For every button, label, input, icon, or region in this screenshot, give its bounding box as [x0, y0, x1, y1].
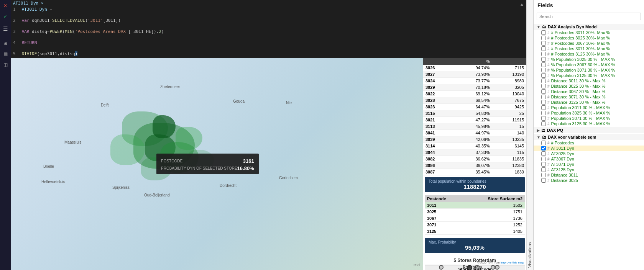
table-row[interactable]: 3029 70,18% 3205	[423, 84, 526, 91]
field-item[interactable]: # # Postcodes 3025 30%- Max %	[534, 35, 644, 41]
field-checkbox[interactable]	[541, 157, 546, 161]
field-item[interactable]: # Population 3025 30 % - MAX %	[534, 110, 644, 116]
postcode-row[interactable]: 3011 1502	[425, 202, 525, 209]
field-item[interactable]: # Distance 3067 30 % - Max %	[534, 89, 644, 94]
measure-icon: #	[547, 146, 550, 151]
postcode-row[interactable]: 3025 1751	[425, 209, 525, 215]
table-row[interactable]: 3023 64,47% 9425	[423, 104, 526, 110]
measure-icon: #	[547, 141, 550, 145]
field-item[interactable]: # Population 3071 30 % - MAX %	[534, 116, 644, 121]
table-row[interactable]: 3022 69,12% 10040	[423, 91, 526, 97]
table-row[interactable]: 3044 37,33% 115	[423, 149, 526, 156]
field-item[interactable]: # Distance 3025	[534, 178, 644, 183]
collapse-button[interactable]: ▲	[521, 2, 523, 7]
field-section-header[interactable]: ▼ 🗂 DAX Analysis Dyn Model	[534, 24, 644, 30]
field-checkbox[interactable]	[541, 62, 546, 67]
table-row[interactable]: 3021 47,27% 11915	[423, 117, 526, 123]
field-item[interactable]: # # Postcodes 3011 30%- Max %	[534, 30, 644, 35]
cell-code: 3021	[423, 117, 452, 123]
search-input[interactable]	[537, 13, 641, 20]
field-checkbox[interactable]	[541, 151, 546, 156]
field-checkbox[interactable]	[541, 79, 546, 83]
field-checkbox[interactable]	[541, 173, 546, 177]
field-item[interactable]: # Population 3125 30 % - MAX %	[534, 121, 644, 126]
field-checkbox[interactable]	[541, 162, 546, 167]
field-item[interactable]: # # Postcodes	[534, 140, 644, 146]
table-row[interactable]: 3113 45,98% 15	[423, 123, 526, 130]
field-label: Distance 3125 30 % - Max %	[551, 100, 641, 105]
field-item[interactable]: # % Population 3125 30 % - MAX %	[534, 73, 644, 78]
field-item[interactable]: # # Postcodes 3067 30%- Max %	[534, 41, 644, 46]
field-item[interactable]: # Distance 3071 30 % - Max %	[534, 94, 644, 100]
field-checkbox[interactable]	[541, 41, 546, 46]
table-icon[interactable]: ▤	[1, 50, 10, 58]
postcode-row[interactable]: 3125 1405	[425, 228, 525, 235]
field-item[interactable]: # Distance 3011	[534, 172, 644, 178]
visualizations-label[interactable]: Visualizations	[526, 0, 533, 270]
field-item[interactable]: # AT3071 Dyn	[534, 162, 644, 167]
postcode-row[interactable]: 3071 1252	[425, 222, 525, 228]
field-checkbox[interactable]	[541, 146, 546, 151]
field-item[interactable]: # % Population 3025 30 % - MAX %	[534, 57, 644, 62]
field-item[interactable]: # Distance 3025 30 % - Max %	[534, 83, 644, 89]
field-checkbox[interactable]	[541, 46, 546, 51]
field-checkbox[interactable]	[541, 57, 546, 62]
table-row[interactable]: 3028 68,54% 7675	[423, 97, 526, 104]
table-row[interactable]: 3082 36,62% 11835	[423, 156, 526, 162]
field-checkbox[interactable]	[541, 68, 546, 72]
field-checkbox[interactable]	[541, 105, 546, 110]
close-button[interactable]: ✕	[1, 2, 10, 10]
field-item[interactable]: # Population 3011 30 % - MAX %	[534, 105, 644, 110]
table-row[interactable]: 3114 40,35% 6145	[423, 143, 526, 149]
field-checkbox[interactable]	[541, 73, 546, 78]
field-item[interactable]: # AT3025 Dyn	[534, 151, 644, 156]
field-checkbox[interactable]	[541, 100, 546, 105]
field-checkbox[interactable]	[541, 121, 546, 126]
menu-button[interactable]: ☰	[1, 25, 10, 33]
postcode-row[interactable]: 3067 1736	[425, 215, 525, 222]
table-row[interactable]: 3115 54,80% 25	[423, 110, 526, 117]
field-checkbox[interactable]	[541, 95, 546, 99]
measure-icon: #	[547, 79, 550, 83]
field-checkbox[interactable]	[541, 116, 546, 121]
field-item[interactable]: # Distance 3011 30 % - Max %	[534, 78, 644, 83]
field-item[interactable]: # # Postcodes 3071 30%- Max %	[534, 46, 644, 51]
grid-icon[interactable]: ⊞	[1, 39, 10, 47]
check-button[interactable]: ✓	[1, 12, 10, 21]
cell-code: 3029	[423, 84, 452, 91]
table-row[interactable]: 3041 44,97% 140	[423, 130, 526, 136]
improve-map-link[interactable]: Improve this map	[501, 261, 524, 264]
field-item[interactable]: # AT3125 Dyn	[534, 167, 644, 172]
field-item[interactable]: # AT3011 Dyn	[534, 146, 644, 151]
table-row[interactable]: 3027 73,90% 10190	[423, 71, 526, 78]
tab-label[interactable]: AT3011 Dyn ×	[13, 1, 524, 6]
table-row[interactable]: 3026 94,74% 7115	[423, 65, 526, 71]
city-gorinchem: Gorinchem	[279, 176, 298, 180]
field-checkbox[interactable]	[541, 167, 546, 172]
field-item[interactable]: # Distance 3125 30 % - Max %	[534, 100, 644, 105]
field-item[interactable]: # AT3067 Dyn	[534, 156, 644, 162]
stats-box: Total population within boundaries 11882…	[425, 177, 525, 192]
measure-icon: #	[547, 84, 550, 88]
field-item[interactable]: # # Postcodes 3125 30%- Max %	[534, 51, 644, 57]
field-section-header[interactable]: ▼ 🗂 DAX voor variabele sqm	[534, 134, 644, 140]
mini-map-container: 5 Stores Rotterdam Ro	[425, 256, 525, 268]
field-checkbox[interactable]	[541, 84, 546, 88]
field-checkbox[interactable]	[541, 89, 546, 94]
field-checkbox[interactable]	[541, 111, 546, 115]
field-label: Distance 3067 30 % - Max %	[551, 89, 641, 94]
field-label: Population 3011 30 % - MAX %	[551, 105, 641, 110]
table-row[interactable]: 3024 73,77% 8980	[423, 78, 526, 84]
table-row[interactable]: 3039 42,06% 10235	[423, 136, 526, 143]
chart-icon[interactable]: ◫	[1, 61, 10, 69]
field-checkbox[interactable]	[541, 36, 546, 40]
field-checkbox[interactable]	[541, 52, 546, 56]
field-item[interactable]: # % Population 3067 30 % - MAX %	[534, 62, 644, 67]
table-row[interactable]: 3086 36,07% 12380	[423, 162, 526, 169]
field-checkbox[interactable]	[541, 30, 546, 35]
table-row[interactable]: 3087 35,45% 1830	[423, 169, 526, 175]
field-item[interactable]: # % Population 3071 30 % - MAX %	[534, 67, 644, 73]
field-checkbox[interactable]	[541, 178, 546, 183]
field-section-header[interactable]: ▶ 🗂 DAX PQ	[534, 127, 644, 133]
field-checkbox[interactable]	[541, 141, 546, 145]
